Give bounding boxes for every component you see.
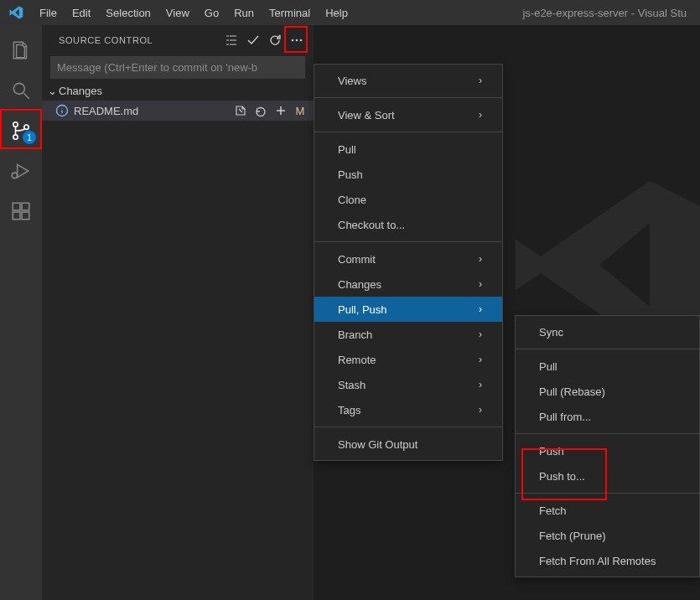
submenu-pull[interactable]: Pull — [516, 354, 699, 379]
svg-point-11 — [296, 39, 298, 41]
menu-item-branch[interactable]: Branch› — [314, 322, 502, 347]
menu-separator — [314, 241, 502, 242]
menu-item-commit[interactable]: Commit› — [314, 246, 502, 272]
menu-item-checkout[interactable]: Checkout to... — [314, 212, 502, 237]
menu-item-show-git-output[interactable]: Show Git Output — [314, 432, 502, 457]
menu-run[interactable]: Run — [226, 3, 262, 23]
menu-separator — [314, 427, 502, 427]
svg-rect-7 — [13, 212, 20, 220]
menu-separator — [516, 349, 699, 349]
changes-header[interactable]: ⌄ Changes — [42, 80, 314, 101]
menu-item-views[interactable]: Views› — [314, 68, 502, 93]
menu-item-pull[interactable]: Pull — [314, 137, 502, 162]
vscode-logo — [8, 5, 23, 20]
activity-explorer[interactable] — [1, 30, 41, 70]
menu-terminal[interactable]: Terminal — [262, 3, 318, 23]
activity-extensions[interactable] — [1, 191, 41, 231]
menu-item-view-sort[interactable]: View & Sort› — [314, 102, 502, 127]
chevron-right-icon: › — [479, 354, 482, 365]
activitybar: 1 — [0, 25, 42, 600]
menu-separator — [314, 132, 502, 132]
source-control-panel: SOURCE CONTROL ⌄ Cha — [42, 25, 314, 600]
stage-changes-icon[interactable] — [272, 101, 290, 120]
activity-search[interactable] — [1, 70, 41, 111]
submenu-fetch-prune[interactable]: Fetch (Prune) — [516, 523, 699, 548]
chevron-right-icon: › — [479, 328, 482, 340]
submenu-fetch-all-remotes[interactable]: Fetch From All Remotes — [516, 548, 699, 573]
menu-item-stash[interactable]: Stash› — [314, 372, 502, 397]
source-control-badge: 1 — [23, 131, 36, 144]
menu-file[interactable]: File — [32, 3, 65, 23]
menu-help[interactable]: Help — [318, 3, 355, 23]
menu-item-pull-push[interactable]: Pull, Push› — [314, 297, 502, 322]
menu-item-changes[interactable]: Changes› — [314, 272, 502, 297]
commit-check-icon[interactable] — [243, 30, 263, 50]
discard-changes-icon[interactable] — [251, 101, 270, 120]
svg-point-4 — [24, 125, 29, 129]
svg-rect-8 — [22, 212, 29, 220]
chevron-right-icon: › — [479, 109, 482, 121]
submenu-fetch[interactable]: Fetch — [516, 498, 699, 523]
chevron-right-icon: › — [479, 404, 482, 416]
window-title: js-e2e-express-server - Visual Stu — [522, 7, 693, 19]
menu-item-remote[interactable]: Remote› — [314, 347, 502, 372]
submenu-sync[interactable]: Sync — [516, 319, 699, 344]
submenu-push[interactable]: Push — [516, 438, 699, 463]
menu-item-tags[interactable]: Tags› — [314, 397, 502, 422]
svg-rect-6 — [13, 203, 20, 210]
scm-more-menu: Views› View & Sort› Pull Push Clone Chec… — [314, 64, 503, 461]
chevron-right-icon: › — [479, 379, 482, 391]
changed-file-row[interactable]: README.md M — [42, 101, 314, 121]
menu-separator — [516, 493, 699, 494]
svg-point-3 — [13, 135, 18, 139]
svg-line-1 — [23, 93, 29, 99]
menu-item-clone[interactable]: Clone — [314, 187, 502, 212]
activity-source-control[interactable]: 1 — [1, 111, 41, 151]
svg-point-0 — [13, 83, 24, 94]
changes-label: Changes — [59, 85, 102, 97]
chevron-right-icon: › — [479, 278, 482, 290]
menu-view[interactable]: View — [158, 3, 197, 23]
chevron-right-icon: › — [479, 75, 482, 86]
submenu-pull-from[interactable]: Pull from... — [516, 404, 699, 429]
menu-edit[interactable]: Edit — [65, 3, 98, 23]
chevron-right-icon: › — [479, 253, 482, 265]
submenu-pull-rebase[interactable]: Pull (Rebase) — [516, 379, 699, 404]
refresh-icon[interactable] — [265, 30, 285, 50]
titlebar: File Edit Selection View Go Run Terminal… — [0, 0, 700, 25]
file-status-letter: M — [293, 105, 307, 117]
submenu-push-to[interactable]: Push to... — [516, 463, 699, 489]
view-as-tree-icon[interactable] — [221, 30, 241, 50]
svg-point-10 — [292, 39, 294, 41]
activity-debug[interactable] — [1, 151, 41, 191]
commit-message-input[interactable] — [50, 56, 305, 79]
chevron-down-icon: ⌄ — [45, 85, 59, 97]
open-file-icon[interactable] — [231, 101, 250, 120]
more-actions-icon[interactable] — [287, 30, 307, 50]
panel-title: SOURCE CONTROL — [59, 35, 153, 45]
menu-item-push[interactable]: Push — [314, 162, 502, 187]
chevron-right-icon: › — [479, 303, 482, 315]
filename-label: README.md — [74, 105, 231, 117]
pull-push-submenu: Sync Pull Pull (Rebase) Pull from... Pus… — [515, 315, 700, 577]
svg-point-12 — [300, 39, 303, 41]
menu-separator — [516, 433, 699, 434]
menu-go[interactable]: Go — [197, 3, 226, 23]
menu-selection[interactable]: Selection — [98, 3, 158, 23]
svg-rect-9 — [22, 203, 29, 210]
svg-point-2 — [13, 122, 18, 127]
menu-separator — [314, 97, 502, 98]
info-file-icon — [55, 104, 69, 117]
svg-point-5 — [12, 173, 18, 178]
